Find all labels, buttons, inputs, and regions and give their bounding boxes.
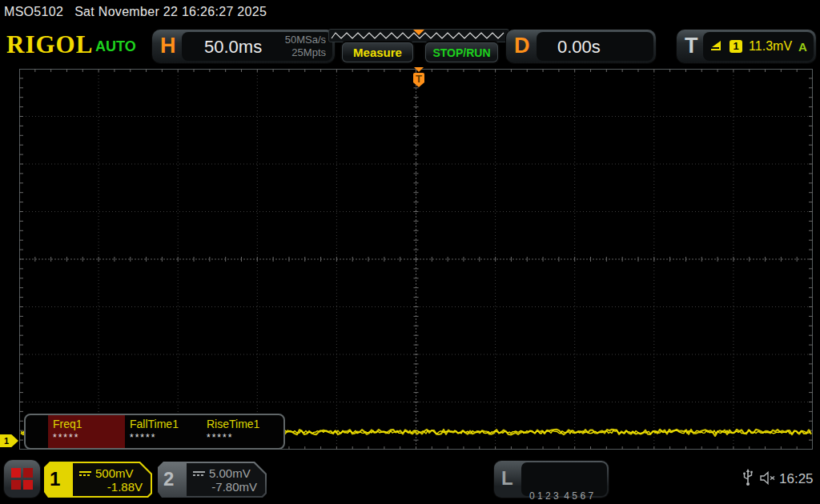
rising-edge-icon xyxy=(709,40,723,53)
usb-icon xyxy=(742,469,754,486)
channel1-number: 1 xyxy=(50,468,60,490)
dc-coupling-icon xyxy=(193,471,205,476)
stop-run-button-label: STOP/RUN xyxy=(432,46,490,59)
logic-analyzer-label: L xyxy=(501,467,513,490)
channel2-scale: 5.00mV xyxy=(209,466,251,480)
graticule xyxy=(19,69,813,450)
measurement-label: RiseTime1 xyxy=(207,418,279,430)
logic-channels-row1: 0 1 2 3 4 5 6 7 xyxy=(529,490,607,502)
model-name: MSO5102 xyxy=(4,5,63,19)
horizontal-pill: 50.0ms 50MSa/s 25Mpts xyxy=(182,32,332,61)
delay-label: D xyxy=(514,34,530,58)
delay-settings-box[interactable]: D 0.00s xyxy=(506,30,656,63)
measure-button[interactable]: Measure xyxy=(342,42,413,62)
rigol-logo: RIGOL xyxy=(6,30,93,59)
memory-depth: 25Mpts xyxy=(285,46,326,59)
delay-pill: 0.00s xyxy=(537,32,653,61)
horizontal-settings-box[interactable]: H 50.0ms 50MSa/s 25Mpts xyxy=(152,30,335,63)
channel1-badge[interactable]: 1 500mV -1.88V xyxy=(44,462,152,498)
channel1-ground-marker-label: 1 xyxy=(4,436,9,446)
measurement-cell-falltime1[interactable]: FallTime1 ***** xyxy=(125,415,202,448)
measurement-label: FallTime1 xyxy=(130,418,202,430)
dc-coupling-icon xyxy=(79,471,91,476)
acquisition-mode-label: AUTO xyxy=(95,38,136,55)
logic-analyzer-badge[interactable]: L 0 1 2 3 4 5 6 7 8 9 1011 12131415 xyxy=(494,461,609,498)
trigger-label: T xyxy=(685,34,698,58)
channel2-badge[interactable]: 2 5.00mV -7.80mV xyxy=(158,462,267,498)
speaker-muted-icon xyxy=(760,471,776,485)
measurement-drag-handle[interactable] xyxy=(26,415,48,448)
channel2-offset: -7.80mV xyxy=(211,480,257,494)
horizontal-label: H xyxy=(160,34,176,58)
measurement-overlay[interactable]: Freq1 ***** FallTime1 ***** RiseTime1 **… xyxy=(24,414,285,450)
timebase-value: 50.0ms xyxy=(204,37,262,58)
channel2-values: 5.00mV -7.80mV xyxy=(187,463,265,496)
waveform-preview-bar[interactable] xyxy=(328,29,509,42)
sample-rate: 50MSa/s xyxy=(285,34,326,46)
measurement-label: Freq1 xyxy=(53,418,125,430)
stop-run-button[interactable]: STOP/RUN xyxy=(425,42,498,62)
logic-channel-list: 0 1 2 3 4 5 6 7 8 9 1011 12131415 xyxy=(521,462,607,496)
app-menu-button[interactable] xyxy=(4,460,40,498)
measure-button-label: Measure xyxy=(353,46,402,59)
trigger-settings-box[interactable]: T 1 11.3mV A xyxy=(677,30,816,63)
trigger-source-badge: 1 xyxy=(730,40,742,53)
sample-rate-block: 50MSa/s 25Mpts xyxy=(285,34,326,58)
channel1-values: 500mV -1.88V xyxy=(73,463,151,496)
trigger-position-marker[interactable]: T xyxy=(411,67,427,91)
trigger-pill: 1 11.3mV A xyxy=(703,32,814,61)
oscilloscope-screen: MSO5102 Sat November 22 16:26:27 2025 RI… xyxy=(0,0,820,504)
measurement-value: ***** xyxy=(130,432,202,443)
app-grid-icon xyxy=(11,468,33,490)
trigger-coupling: A xyxy=(798,40,807,54)
measurement-value: ***** xyxy=(207,432,279,443)
measurement-value: ***** xyxy=(53,432,125,443)
channel2-number: 2 xyxy=(163,468,174,490)
delay-value: 0.00s xyxy=(557,37,601,58)
measurement-cell-risetime1[interactable]: RiseTime1 ***** xyxy=(202,415,279,448)
channel1-ground-marker[interactable]: 1 xyxy=(0,434,18,447)
titlebar: MSO5102 Sat November 22 16:26:27 2025 xyxy=(0,0,820,24)
clock: 16:25 xyxy=(779,471,814,487)
channel1-offset: -1.88V xyxy=(107,480,143,494)
channel1-scale: 500mV xyxy=(95,466,134,480)
measurement-cell-freq1[interactable]: Freq1 ***** xyxy=(48,415,125,448)
svg-text:T: T xyxy=(416,73,422,85)
datetime: Sat November 22 16:26:27 2025 xyxy=(74,5,267,19)
trigger-level-value: 11.3mV xyxy=(749,39,792,54)
preview-trigger-position-icon xyxy=(413,30,424,35)
